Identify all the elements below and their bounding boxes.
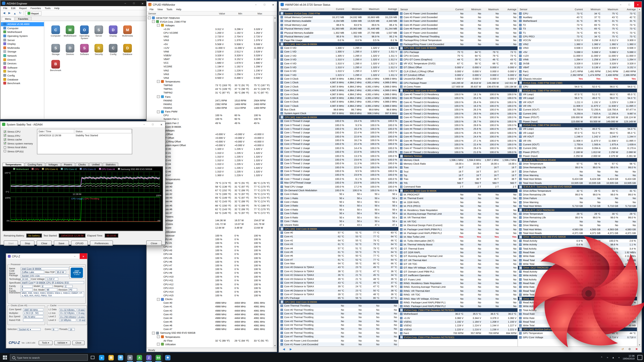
category-icon-server[interactable]: SServer — [92, 25, 106, 40]
sensor-row[interactable]: Current (IIN)9.250 A7.625 A12.250 A9.887… — [518, 112, 637, 116]
device-node-row[interactable]: -DESKTOP-T65BVHH — [147, 16, 273, 20]
sensor-row[interactable]: Drive WarningNoNoNoNo — [518, 173, 637, 177]
tab-clocks[interactable]: Clocks — [76, 163, 88, 166]
sidebar-item-security[interactable]: Security — [1, 69, 44, 73]
sensor-row[interactable]: GT: Domain-Level PBM PL1NoNoNoNo — [399, 270, 518, 274]
save-button[interactable]: Save — [54, 241, 69, 246]
sensor-row[interactable]: RING: Residency State RegulationNoNoNoNo — [399, 281, 518, 285]
stress-option-stress-cache[interactable]: Stress cache — [4, 137, 33, 141]
sensor-row[interactable]: CPU #4100 %0 %100 % — [147, 252, 273, 256]
sensor-row[interactable]: Core #457 °C51 °C79 °C63 °C — [279, 246, 398, 250]
sensor-row[interactable]: VR VOUT1.246 V1.242 V1.246 V1.244 V — [518, 135, 637, 139]
sensor-row[interactable]: On-Demand Clock Modulation100.0 %100.0 %… — [279, 189, 398, 192]
sensor-row[interactable]: VSEN21.228 V1.224 V1.244 V1.227 V — [399, 324, 518, 328]
sensor-group-row[interactable]: -Powers — [147, 215, 273, 219]
sensor-row[interactable]: VID #01.320 V1.235 V1.320 V — [147, 147, 273, 151]
sensor-row[interactable]: Motherboard36.0 °C35.5 °C36.5 °C36.0 °C — [399, 312, 518, 316]
sensor-row[interactable]: Write Activity0.0 %0.0 %2.6 %0.1 % — [518, 304, 637, 308]
sensor-row[interactable]: RING: VR TDCNoNoNoNo — [399, 293, 518, 297]
sensor-row[interactable]: Core #64988 MHz4484 MHz4991 MHz — [147, 324, 273, 327]
sensor-row[interactable]: Package/Ring Power Limit ExceededNoNoNoN… — [399, 42, 518, 46]
sensor-row[interactable]: Core #2 Distance to TjMAX36 °C21 °C45 °C… — [279, 273, 398, 277]
sensor-row[interactable]: +12V11.000 V11.000 V11.000 V — [147, 46, 273, 50]
sensor-row[interactable]: Read Activity0.0 %0.0 %0.2 %0.0 % — [518, 270, 637, 274]
sensor-row[interactable]: Core 6 Thread 1 Usage100.0 %9.5 %100.0 %… — [279, 169, 398, 173]
minimize-icon[interactable]: – — [252, 2, 260, 7]
column-header-value[interactable]: Value — [219, 12, 238, 14]
sensor-row[interactable]: Total Host Writes4,583 GB4,583 GB4,583 G… — [518, 227, 637, 231]
sensor-row[interactable]: GPU Temperature44 °C41 °C44 °C44 °C — [518, 331, 637, 335]
sensor-row[interactable]: Read Rate0.000 MB/s0.000 MB/s0.46 MB/s0.… — [518, 312, 637, 316]
sensor-row[interactable]: Core 6 Thread 0 Usage100.0 %22.6 %100.0 … — [279, 165, 398, 169]
sensor-row[interactable]: Core 4 VID1.310 V1.295 V1.320 V1.312 V — [279, 61, 398, 65]
sensor-row[interactable]: Drive Temperature29 °C28 °C30 °C29 °C — [518, 212, 637, 216]
sensor-row[interactable]: VSEN31.220 V1.216 V1.236 V1.221 V — [399, 328, 518, 331]
sensor-row[interactable]: Core 6 VID1.310 V1.295 V1.320 V1.312 V — [279, 69, 398, 73]
sensor-row[interactable]: CPU #0100 %0 %100 % — [147, 237, 273, 241]
sensor-group-row[interactable]: -Clocks — [147, 297, 273, 301]
sensor-section-header[interactable]: EVGA Corp. Z390 FTW (IR35201) — [518, 123, 637, 127]
sensor-row[interactable]: Drive WarningNoNoNoNo — [518, 200, 637, 204]
scrollbar-thumb[interactable] — [638, 11, 641, 61]
category-icon-database[interactable]: DDatabase — [120, 44, 135, 56]
checkbox-icon[interactable] — [4, 134, 6, 137]
legend-checkbox-icon[interactable] — [13, 168, 15, 170]
sensor-row[interactable]: Core #24988 MHz4484 MHz4991 MHz — [147, 309, 273, 312]
up-icon[interactable]: ▲ — [13, 11, 17, 15]
sensor-section-header[interactable]: S.M.A.R.T.: Samsung SSD 850 EVO 500GB — [518, 185, 637, 189]
menu-item-file[interactable]: File — [148, 8, 155, 11]
sensor-row[interactable]: Total CPU Usage100.0 %17.2 %100.0 %100.0… — [279, 185, 398, 189]
sensor-row[interactable]: Core 2 Thread 0 Usage100.0 %22.8 %100.0 … — [279, 135, 398, 138]
sidebar-item-directx[interactable]: DirectX — [1, 58, 44, 61]
legend-checkbox-icon[interactable] — [118, 168, 120, 170]
start-button[interactable]: Start — [4, 241, 18, 246]
taskbar-app-file-explorer[interactable]: ▤ — [106, 353, 116, 362]
sensor-row[interactable]: Core #5 Thread 1 C0 Residency100.0 %24.4… — [399, 135, 518, 139]
refresh-icon[interactable]: ↻ — [18, 11, 22, 15]
sensor-row[interactable]: Read Activity0.2 %0.0 %1.8 %0.2 % — [518, 301, 637, 304]
device-node-row[interactable]: -Intel Core i9 9900K — [147, 125, 273, 129]
category-icon-devices[interactable]: DDevices — [63, 44, 77, 56]
sensor-row[interactable]: Power (POUT)109.000 W87.000 W142.500 W11… — [518, 116, 637, 119]
sensor-row[interactable]: IA: Max Turbo LimitYesYesYesYes — [399, 235, 518, 239]
sensor-row[interactable]: TMPIN143 °C (109 °F)37 °C (98 °F)43 °C (… — [147, 87, 273, 91]
maximize-icon[interactable]: □ — [261, 2, 268, 7]
tab-cooling-fans[interactable]: Cooling Fans — [25, 163, 45, 166]
close-test-button[interactable]: Close — [146, 241, 162, 246]
sensor-row[interactable]: Drive FailureNoNoNoNo — [518, 169, 637, 173]
sensor-row[interactable]: CPU VCORE1.200 V1.192 V1.264 V — [147, 31, 273, 35]
sensor-row[interactable]: Core #4 Power Limit ExceededNoNoNoNo — [399, 19, 518, 23]
sensor-row[interactable]: Write Rate0.000 MB/s0.000 MB/s0.132 MB/s… — [518, 285, 637, 289]
sensor-row[interactable]: Write Total1 MB1 MB1 MB1 MB — [518, 293, 637, 297]
sensor-section-header[interactable]: Memory Timings — [399, 154, 518, 158]
sensor-row[interactable]: Core 3 Thread 0 Usage100.0 %22.4 %100.0 … — [279, 142, 398, 146]
sensor-row[interactable]: CPU54.0 °C52.0 °C56.0 °C54.0 °C — [518, 85, 637, 89]
sensor-row[interactable]: Read Total0 MB0 MB0 MB0 MB — [518, 289, 637, 293]
sensor-row[interactable]: Core 4 Ratio50 x50 x50 x50 x — [279, 208, 398, 212]
sensor-row[interactable]: VID #51.310 V1.235 V1.320 V — [147, 166, 273, 170]
sensor-row[interactable]: Core 4 Clock4,987.8 MHz4,984.2 MHz4,991.… — [279, 92, 398, 96]
sensor-row[interactable]: CPU73 °C34 °C75 °C73 °C — [518, 11, 637, 15]
sensor-row[interactable]: CPU GT Cores (Graphics)44 °C39 °C46 °C43… — [399, 58, 518, 62]
sensor-row[interactable]: IA: Turbo Attenuation (MCT)NoNoNoNo — [399, 239, 518, 243]
close-icon[interactable]: ✕ — [80, 253, 87, 259]
sensor-row[interactable]: GT: Fuses LimitNoNoNoNo — [399, 277, 518, 281]
sensor-row[interactable]: CPU #6100 %0 %100 % — [147, 260, 273, 264]
sensor-row[interactable]: CPU #2100 %0 %100 % — [147, 245, 273, 249]
sensor-section-header[interactable]: EVGA Corp. Z390 FTW (IR35201) — [518, 89, 637, 92]
sensor-row[interactable]: +5V5.508 V5.508 V5.508 V — [147, 42, 273, 46]
validate-button[interactable]: Validate ▾ — [54, 340, 70, 345]
sensor-row[interactable]: CPU #14100 %0 %100 % — [147, 290, 273, 294]
column-header-min[interactable]: Min — [238, 12, 258, 14]
sensor-row[interactable]: Core #74988 MHz4484 MHz4991 MHz — [147, 327, 273, 331]
sensor-row[interactable]: +3.3V3.312 V3.296 V3.328 V — [147, 27, 273, 31]
sensor-row[interactable]: Core 7 Thread 1 Usage100.0 %8.1 %100.0 %… — [279, 177, 398, 181]
sensor-row[interactable]: IA: DDR RAPLNoNoNoNo — [399, 200, 518, 204]
sensor-row[interactable]: Drive FailureNoNoNoNo — [518, 220, 637, 223]
taskbar-app-edge[interactable]: e — [97, 353, 106, 362]
sensor-row[interactable]: Virtual Memory Commited33,372 MB24,032 M… — [279, 15, 398, 19]
sensor-row[interactable]: IA: Residency State RegulationNoNoNoNo — [399, 208, 518, 212]
sensor-row[interactable]: Core 2 VID1.305 V1.295 V1.320 V1.311 V — [279, 54, 398, 58]
sensor-row[interactable]: TMPIN231 °C (87 °F)30 °C (86 °F)31 °C (8… — [147, 91, 273, 95]
sensor-row[interactable]: System Fan 249 %49 %49 % — [147, 121, 273, 125]
